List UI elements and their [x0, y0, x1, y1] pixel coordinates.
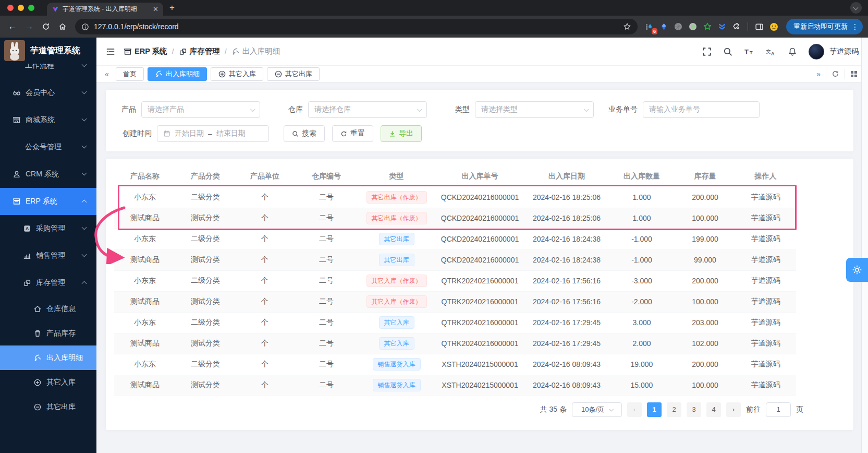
tab-item[interactable]: 首页	[116, 67, 144, 81]
name-cell: 小东东	[114, 354, 176, 375]
bizno-input[interactable]: 请输入业务单号	[643, 101, 760, 118]
extension-updater-icon[interactable]: 6	[643, 20, 655, 33]
table-row[interactable]: 小东东二级分类个二号其它入库（作废）QTRK202402160000012024…	[114, 270, 796, 291]
tab-item[interactable]: 其它出库	[267, 67, 320, 81]
table-row[interactable]: 测试商品测试分类个二号其它出库QCKD202402160000012024-02…	[114, 249, 796, 270]
url-bar[interactable]: 127.0.0.1/erp/stock/record	[75, 19, 638, 34]
record-icon	[33, 354, 42, 362]
sidebar-item[interactable]: A采购管理	[0, 215, 96, 242]
extension-green-circle-icon[interactable]	[687, 20, 699, 33]
app-title: 芋道管理系统	[30, 45, 80, 56]
layout-grid-icon[interactable]	[845, 69, 863, 79]
user-avatar[interactable]	[809, 44, 824, 59]
font-size-icon[interactable]: TT	[744, 47, 754, 56]
minimize-window-button[interactable]	[18, 5, 24, 11]
tabs-scroll-right-icon[interactable]: »	[811, 69, 826, 79]
side-panel-icon[interactable]	[753, 20, 765, 33]
table-row[interactable]: 测试商品测试分类个二号其它入库（作废）QTRK20240216000001202…	[114, 291, 796, 312]
sidebar-item[interactable]: CRM 系统	[0, 161, 96, 188]
sidebar-item[interactable]: 会员中心	[0, 79, 96, 106]
extension-chevrons-icon[interactable]	[716, 20, 728, 33]
date-cell: 2024-02-16 18:25:06	[525, 208, 608, 229]
reload-icon[interactable]	[39, 19, 53, 34]
page-button[interactable]: 1	[647, 402, 662, 417]
goto-page-input[interactable]	[766, 402, 791, 417]
name-cell: 测试商品	[114, 249, 176, 270]
browser-tab[interactable]: 芋道管理系统 - 出入库明细 ✕	[47, 3, 163, 16]
home-icon[interactable]	[55, 19, 70, 34]
zoom-window-button[interactable]	[28, 5, 34, 11]
notification-bell-icon[interactable]	[788, 47, 797, 56]
search-button[interactable]: 搜索	[284, 125, 325, 142]
favicon-icon	[52, 6, 59, 13]
page-size-select[interactable]: 10条/页	[572, 402, 622, 417]
date-range-picker[interactable]: 开始日期 – 结束日期	[157, 125, 269, 142]
browser-update-button[interactable]: 重新启动即可更新 ⋮	[786, 19, 863, 34]
next-page-button[interactable]: ›	[726, 402, 741, 417]
back-icon[interactable]: ←	[5, 19, 20, 34]
warehouse-select[interactable]: 请选择仓库	[308, 101, 427, 118]
extension-gray-icon[interactable]	[672, 20, 684, 33]
type-select[interactable]: 请选择类型	[475, 101, 594, 118]
emoji-extension-icon[interactable]	[767, 20, 780, 33]
sidebar-logo-row[interactable]: 芋道管理系统	[0, 38, 96, 64]
fullscreen-icon[interactable]	[702, 47, 712, 56]
collapse-menu-icon[interactable]	[106, 47, 115, 56]
table-row[interactable]: 小东东二级分类个二号其它出库（作废）QCKD202402160000012024…	[114, 187, 796, 208]
search-icon[interactable]	[723, 47, 732, 56]
bookmark-star-icon[interactable]	[623, 22, 631, 31]
extension-green-star-icon[interactable]	[701, 20, 714, 33]
translate-icon[interactable]: 文A	[766, 47, 776, 56]
close-window-button[interactable]	[7, 5, 14, 11]
sidebar-item[interactable]: 商城系统	[0, 106, 96, 134]
header-actions: TT 文A 芋道源码	[702, 44, 859, 59]
sidebar-item-label: 销售管理	[36, 251, 65, 260]
username: 芋道源码	[829, 47, 859, 56]
scrollbar[interactable]	[861, 38, 868, 453]
extension-badge: 6	[652, 28, 657, 34]
tabs-scroll-left-icon[interactable]: «	[102, 70, 112, 78]
page-button[interactable]: 2	[667, 402, 681, 417]
sidebar-item[interactable]: 产品库存	[0, 321, 96, 345]
tab-search-button[interactable]	[850, 2, 862, 14]
table-row[interactable]: 测试商品测试分类个二号销售退货入库XSTH202402150000012024-…	[114, 375, 796, 396]
reset-button[interactable]: 重置	[332, 125, 373, 142]
sidebar-item[interactable]: ERP 系统	[0, 188, 96, 215]
page-button[interactable]: 3	[687, 402, 701, 417]
site-info-icon[interactable]	[81, 23, 89, 31]
operator-cell: 芋道源码	[735, 375, 796, 396]
new-tab-button[interactable]: +	[169, 3, 175, 13]
sidebar-item[interactable]: 公众号管理	[0, 134, 96, 161]
product-select[interactable]: 请选择产品	[141, 101, 260, 118]
extensions-puzzle-icon[interactable]	[730, 20, 743, 33]
theme-settings-button[interactable]	[846, 258, 868, 282]
table-row[interactable]: 测试商品测试分类个二号其它出库（作废）QCKD20240216000001202…	[114, 208, 796, 229]
table-row[interactable]: 小东东二级分类个二号销售退货入库XSTH202402150000012024-0…	[114, 354, 796, 375]
tab-active[interactable]: 出入库明细	[148, 67, 207, 81]
breadcrumb-item[interactable]: 出入库明细	[231, 46, 280, 56]
sidebar-item[interactable]: 其它出库	[0, 395, 96, 419]
window-controls[interactable]	[0, 5, 41, 11]
sidebar-item[interactable]: 仓库信息	[0, 296, 96, 321]
refresh-page-icon[interactable]	[826, 69, 845, 79]
tab-label: 出入库明细	[166, 69, 200, 79]
table-row[interactable]: 小东东二级分类个二号其它出库QCKD202402160000012024-02-…	[114, 229, 796, 249]
close-tab-icon[interactable]: ✕	[153, 5, 158, 13]
export-button[interactable]: 导出	[381, 125, 422, 142]
prev-page-button[interactable]: ‹	[627, 402, 642, 417]
page-button[interactable]: 4	[706, 402, 721, 417]
forward-icon[interactable]: →	[22, 19, 36, 34]
tab-item[interactable]: 其它入库	[211, 67, 263, 81]
table-row[interactable]: 小东东二级分类个二号其它入库QTRK202402160000012024-02-…	[114, 312, 796, 333]
table-row[interactable]: 测试商品测试分类个二号其它入库QTRK202402160000012024-02…	[114, 333, 796, 354]
sidebar-item[interactable]: 库存管理	[0, 269, 96, 296]
extension-pin-icon[interactable]	[657, 20, 670, 33]
unit-cell: 个	[235, 333, 295, 354]
sidebar-item[interactable]: 销售管理	[0, 242, 96, 269]
sidebar-item-label: 其它入库	[46, 378, 76, 387]
sidebar-item[interactable]: 出入库明细	[0, 345, 96, 370]
browser-menu-icon[interactable]: ⋮	[851, 22, 859, 31]
breadcrumb-item[interactable]: ERP 系统	[124, 46, 167, 56]
breadcrumb-item[interactable]: 库存管理	[179, 46, 220, 56]
sidebar-item[interactable]: 其它入库	[0, 370, 96, 395]
